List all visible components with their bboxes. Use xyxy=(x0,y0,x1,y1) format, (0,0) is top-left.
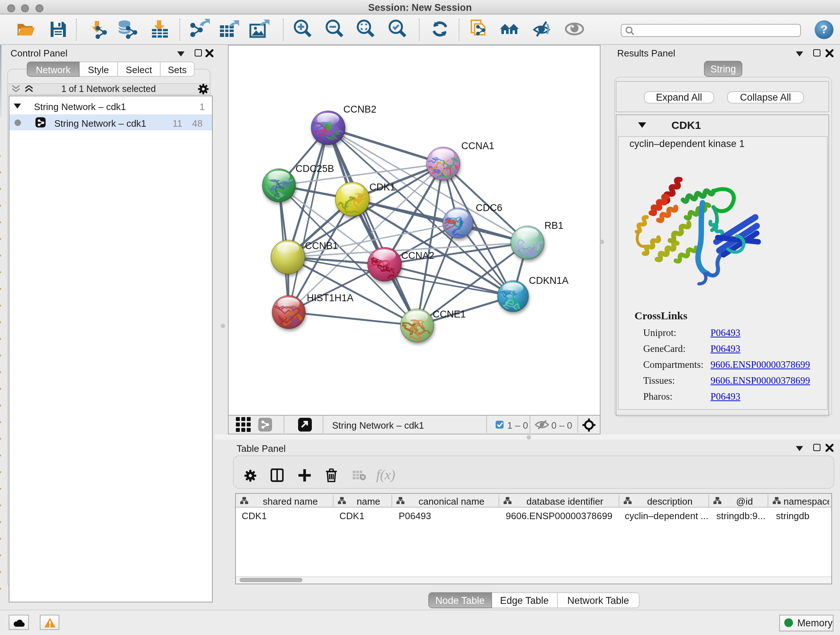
svg-text:CDK1: CDK1 xyxy=(369,182,395,193)
svg-text:CDC25B: CDC25B xyxy=(295,163,334,174)
svg-text:RB1: RB1 xyxy=(544,220,563,231)
svg-text:HIST1H1A: HIST1H1A xyxy=(306,293,353,303)
svg-text:CCNB2: CCNB2 xyxy=(343,104,376,115)
svg-text:CCNE1: CCNE1 xyxy=(432,309,466,320)
svg-text:CCNA2: CCNA2 xyxy=(401,250,434,261)
svg-text:CDKN1A: CDKN1A xyxy=(529,275,568,286)
svg-text:CCNA1: CCNA1 xyxy=(461,141,494,151)
svg-text:CCNB1: CCNB1 xyxy=(305,241,338,251)
svg-text:CDC6: CDC6 xyxy=(475,203,502,213)
